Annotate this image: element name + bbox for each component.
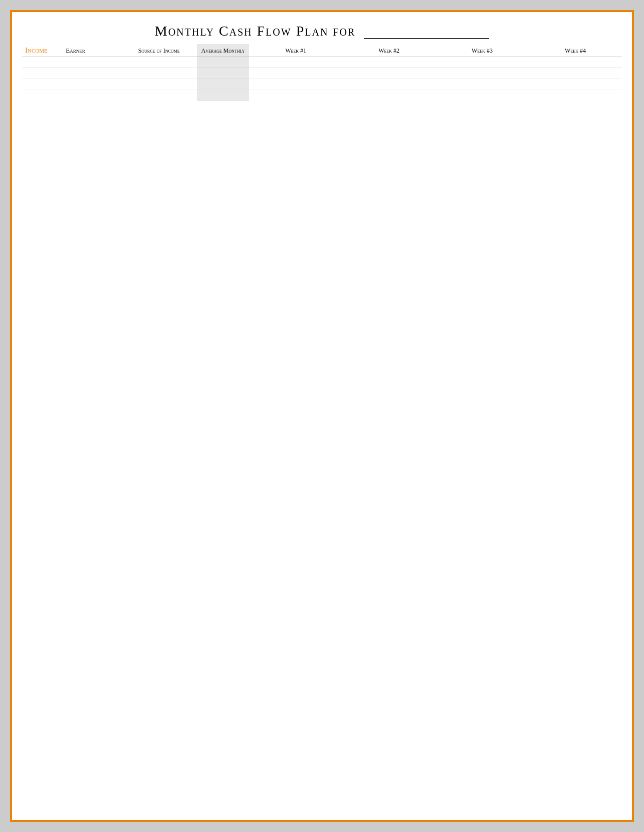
header-earner: Earner (63, 44, 121, 57)
table-cell (121, 57, 197, 68)
table-cell (121, 90, 197, 101)
title-line (364, 22, 489, 39)
table-cell (63, 68, 121, 79)
table-header: Income Earner Source of Income Average M… (22, 44, 622, 57)
table-cell (249, 57, 342, 68)
header-source: Source of Income (121, 44, 197, 57)
table-cell (197, 79, 250, 90)
header-week2: Week #2 (342, 44, 436, 57)
table-cell (436, 79, 529, 90)
title-text: Monthly Cash Flow Plan for (155, 23, 355, 39)
table-cell (197, 68, 250, 79)
header-week1: Week #1 (249, 44, 342, 57)
table-cell (197, 57, 250, 68)
table-cell (22, 79, 63, 90)
table-cell (342, 68, 436, 79)
header-income: Income (22, 44, 63, 57)
table-cell (436, 68, 529, 79)
table-cell (121, 68, 197, 79)
table-cell (342, 79, 436, 90)
table-cell (63, 90, 121, 101)
table-cell (342, 90, 436, 101)
table-cell (121, 79, 197, 90)
table-row (22, 79, 622, 90)
table-row (22, 57, 622, 68)
table-cell (22, 90, 63, 101)
header-week4: Week #4 (529, 44, 622, 57)
table-cell (249, 68, 342, 79)
header-week3: Week #3 (436, 44, 529, 57)
page: Monthly Cash Flow Plan for Income Earner… (10, 10, 634, 822)
table-cell (436, 90, 529, 101)
page-title: Monthly Cash Flow Plan for (22, 22, 622, 39)
table-cell (249, 79, 342, 90)
table-cell (63, 79, 121, 90)
header-avg: Average Monthly (197, 44, 250, 57)
table-cell (63, 57, 121, 68)
table-cell (529, 68, 622, 79)
table-cell (22, 68, 63, 79)
table-cell (436, 57, 529, 68)
table-cell (249, 90, 342, 101)
table-row (22, 90, 622, 101)
table-cell (22, 57, 63, 68)
table-cell (529, 79, 622, 90)
table-cell (342, 57, 436, 68)
table-cell (529, 57, 622, 68)
table-row (22, 68, 622, 79)
table-cell (197, 90, 250, 101)
table-cell (529, 90, 622, 101)
